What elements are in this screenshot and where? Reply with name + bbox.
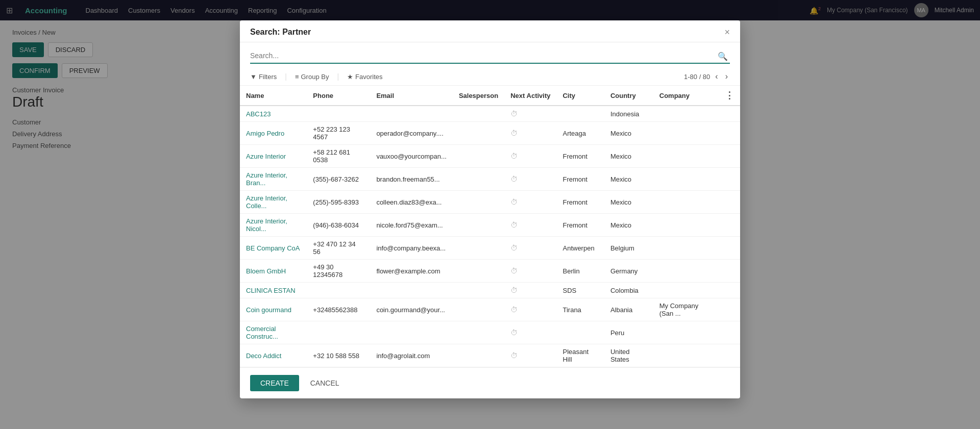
cell-email-9: coin.gourmand@your... — [370, 298, 453, 321]
cell-name-2[interactable]: Azure Interior — [240, 145, 307, 168]
cell-name-0[interactable]: ABC123 — [240, 106, 307, 122]
table-header-row: Name Phone Email Salesperson Next Activi… — [240, 86, 740, 106]
modal-header: Search: Partner × — [240, 20, 740, 42]
cell-email-4: colleen.diaz83@exa... — [370, 191, 453, 214]
cell-next_activity-11: ⏱ — [504, 344, 556, 367]
next-page-button[interactable]: › — [723, 71, 730, 82]
cell-name-1[interactable]: Amigo Pedro — [240, 122, 307, 145]
cell-email-10 — [370, 321, 453, 344]
cell-email-5: nicole.ford75@exam... — [370, 214, 453, 237]
cell-name-5[interactable]: Azure Interior, Nicol... — [240, 214, 307, 237]
cell-company-10 — [653, 321, 719, 344]
cell-options-4 — [719, 191, 740, 214]
col-header-company[interactable]: Company — [653, 86, 719, 106]
cell-next_activity-3: ⏱ — [504, 168, 556, 191]
cell-name-3[interactable]: Azure Interior, Bran... — [240, 168, 307, 191]
cell-phone-0 — [307, 106, 370, 122]
search-input-wrap: 🔍 — [250, 48, 730, 64]
activity-icon: ⏱ — [510, 198, 518, 206]
group-by-button[interactable]: ≡ Group By — [295, 73, 329, 81]
cell-phone-3: (355)-687-3262 — [307, 168, 370, 191]
table-row: Deco Addict+32 10 588 558info@agrolait.c… — [240, 344, 740, 367]
cell-options-3 — [719, 168, 740, 191]
cell-name-6[interactable]: BE Company CoA — [240, 237, 307, 260]
filter-separator-2: | — [337, 72, 339, 81]
modal-footer: CREATE CANCEL — [240, 367, 740, 398]
cell-options-1 — [719, 122, 740, 145]
cell-name-10[interactable]: Comercial Construc... — [240, 321, 307, 344]
cell-options-10 — [719, 321, 740, 344]
filters-button[interactable]: ▼ Filters — [250, 73, 277, 81]
partner-table: Name Phone Email Salesperson Next Activi… — [240, 86, 740, 367]
activity-icon: ⏱ — [510, 244, 518, 252]
cell-email-7: flower@example.com — [370, 260, 453, 283]
cell-next_activity-1: ⏱ — [504, 122, 556, 145]
activity-icon: ⏱ — [510, 221, 518, 229]
cell-next_activity-5: ⏱ — [504, 214, 556, 237]
table-row: ABC123⏱Indonesia — [240, 106, 740, 122]
col-header-phone[interactable]: Phone — [307, 86, 370, 106]
table-row: Azure Interior, Nicol...(946)-638-6034ni… — [240, 214, 740, 237]
cell-city-1: Arteaga — [556, 122, 604, 145]
filter-bar: ▼ Filters | ≡ Group By | ★ Favorites 1-8… — [240, 68, 740, 86]
cell-options-11 — [719, 344, 740, 367]
cell-next_activity-4: ⏱ — [504, 191, 556, 214]
cell-name-11[interactable]: Deco Addict — [240, 344, 307, 367]
modal-close-button[interactable]: × — [724, 28, 730, 37]
activity-icon: ⏱ — [510, 351, 518, 360]
col-header-email[interactable]: Email — [370, 86, 453, 106]
cell-company-4 — [653, 191, 719, 214]
cell-name-4[interactable]: Azure Interior, Colle... — [240, 191, 307, 214]
cell-email-0 — [370, 106, 453, 122]
col-header-salesperson[interactable]: Salesperson — [453, 86, 504, 106]
cell-email-1: operador@company.... — [370, 122, 453, 145]
cell-options-6 — [719, 237, 740, 260]
favorites-button[interactable]: ★ Favorites — [347, 73, 382, 81]
col-header-country[interactable]: Country — [604, 86, 653, 106]
cell-name-9[interactable]: Coin gourmand — [240, 298, 307, 321]
cell-country-7: Germany — [604, 260, 653, 283]
cell-city-3: Fremont — [556, 168, 604, 191]
cell-city-0 — [556, 106, 604, 122]
search-input[interactable] — [250, 48, 730, 64]
group-by-label: Group By — [301, 73, 329, 81]
table-row: Coin gourmand+32485562388coin.gourmand@y… — [240, 298, 740, 321]
cell-next_activity-0: ⏱ — [504, 106, 556, 122]
cell-email-6: info@company.beexa... — [370, 237, 453, 260]
activity-icon: ⏱ — [510, 175, 518, 183]
table-row: Azure Interior, Bran...(355)-687-3262bra… — [240, 168, 740, 191]
cancel-button[interactable]: CANCEL — [304, 375, 346, 391]
cell-phone-7: +49 30 12345678 — [307, 260, 370, 283]
filters-label: Filters — [259, 73, 277, 81]
cell-city-5: Fremont — [556, 214, 604, 237]
cell-salesperson-9 — [453, 298, 504, 321]
cell-city-7: Berlin — [556, 260, 604, 283]
cell-country-9: Albania — [604, 298, 653, 321]
activity-icon: ⏱ — [510, 286, 518, 294]
cell-city-11: Pleasant Hill — [556, 344, 604, 367]
create-button[interactable]: CREATE — [250, 375, 299, 391]
prev-page-button[interactable]: ‹ — [713, 71, 720, 82]
cell-company-0 — [653, 106, 719, 122]
cell-salesperson-0 — [453, 106, 504, 122]
search-area: 🔍 — [240, 42, 740, 68]
cell-next_activity-6: ⏱ — [504, 237, 556, 260]
list-icon: ≡ — [295, 73, 299, 81]
cell-name-8[interactable]: CLINICA ESTAN — [240, 283, 307, 298]
cell-next_activity-10: ⏱ — [504, 321, 556, 344]
activity-icon: ⏱ — [510, 267, 518, 275]
cell-phone-11: +32 10 588 558 — [307, 344, 370, 367]
cell-email-3: brandon.freeman55... — [370, 168, 453, 191]
cell-email-11: info@agrolait.com — [370, 344, 453, 367]
activity-icon: ⏱ — [510, 152, 518, 160]
cell-salesperson-5 — [453, 214, 504, 237]
cell-name-7[interactable]: Bloem GmbH — [240, 260, 307, 283]
cell-city-9: Tirana — [556, 298, 604, 321]
cell-options-2 — [719, 145, 740, 168]
col-header-name[interactable]: Name — [240, 86, 307, 106]
col-header-next-activity[interactable]: Next Activity — [504, 86, 556, 106]
col-header-city[interactable]: City — [556, 86, 604, 106]
col-options-header[interactable]: ⋮ — [719, 86, 740, 106]
activity-icon: ⏱ — [510, 306, 518, 314]
search-button[interactable]: 🔍 — [718, 52, 728, 61]
